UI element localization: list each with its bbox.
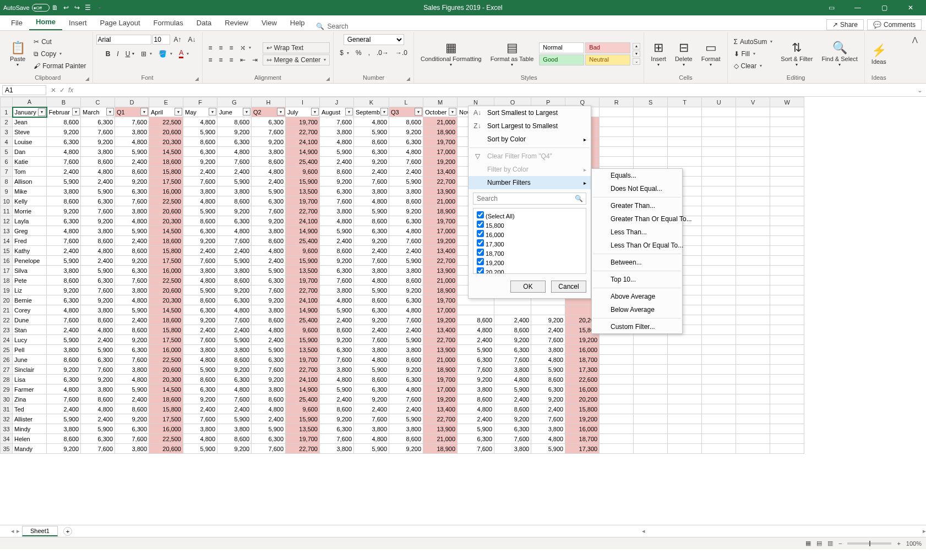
filter-cancel-button[interactable]: Cancel	[551, 281, 586, 293]
cell[interactable]: 15,800	[149, 246, 183, 256]
cell[interactable]: 22,500	[149, 355, 183, 365]
cell[interactable]	[702, 305, 736, 315]
column-header[interactable]: E	[149, 97, 183, 107]
cell[interactable]: Mike	[13, 186, 47, 196]
header-cell[interactable]: June▾	[217, 107, 252, 117]
cell[interactable]	[702, 424, 736, 434]
cell[interactable]: 9,200	[252, 295, 286, 305]
cell[interactable]: 24,100	[286, 216, 320, 226]
delete-cells-button[interactable]: ⊟Delete▾	[672, 39, 696, 68]
cell[interactable]: 3,800	[494, 444, 531, 454]
cell[interactable]: 5,900	[389, 414, 423, 424]
orientation-button[interactable]: ⤭	[237, 42, 254, 53]
dialog-launcher-icon[interactable]: ◢	[406, 76, 410, 81]
cell[interactable]: 14,500	[149, 385, 183, 394]
cell[interactable]: 8,600	[320, 167, 354, 177]
cell[interactable]: 6,300	[252, 434, 286, 444]
sort-filter-button[interactable]: ⇅Sort & Filter▾	[777, 39, 816, 68]
cell[interactable]: 22,700	[286, 365, 320, 375]
cell[interactable]: 5,900	[252, 266, 286, 276]
cell[interactable]: 3,800	[183, 345, 217, 355]
numfilter-below-average[interactable]: Below Average	[592, 303, 682, 316]
cell[interactable]: 2,400	[494, 394, 531, 404]
cell[interactable]	[736, 434, 770, 444]
cell[interactable]: 5,900	[217, 335, 252, 345]
cell[interactable]: 9,200	[81, 375, 115, 385]
cell[interactable]: 7,600	[115, 276, 149, 286]
column-header[interactable]: T	[668, 97, 702, 107]
cell[interactable]: 8,600	[217, 355, 252, 365]
cell[interactable]	[736, 226, 770, 236]
cell[interactable]: 9,200	[115, 177, 149, 186]
cell[interactable]: 9,200	[389, 127, 423, 137]
cell[interactable]: 3,800	[47, 345, 81, 355]
cell[interactable]: 15,800	[149, 325, 183, 335]
cell[interactable]: 7,600	[320, 434, 354, 444]
row-header[interactable]: 31	[1, 404, 13, 414]
row-header[interactable]: 32	[1, 414, 13, 424]
cell[interactable]: 21,000	[423, 276, 457, 286]
cell[interactable]: 9,200	[354, 315, 389, 325]
row-header[interactable]: 18	[1, 276, 13, 286]
cell[interactable]	[668, 137, 702, 147]
decrease-decimal-button[interactable]: →.0	[393, 47, 410, 58]
ribbon-display-icon[interactable]: ▭	[819, 0, 843, 15]
cell[interactable]: 8,600	[389, 355, 423, 365]
zoom-out-button[interactable]: −	[838, 540, 842, 547]
cell[interactable]: 3,800	[47, 424, 81, 434]
cell[interactable]: 19,200	[423, 157, 457, 167]
cell[interactable]: 20,600	[149, 286, 183, 295]
header-cell[interactable]: Q2▾	[252, 107, 286, 117]
tab-help[interactable]: Help	[284, 17, 312, 30]
comments-button[interactable]: 💬Comments	[867, 19, 922, 30]
cell[interactable]	[770, 325, 804, 335]
cell[interactable]: 4,800	[217, 305, 252, 315]
cell[interactable]	[736, 206, 770, 216]
cell[interactable]	[634, 117, 668, 127]
cell[interactable]: 20,600	[149, 444, 183, 454]
cell[interactable]	[702, 167, 736, 177]
cell[interactable]: 7,600	[115, 434, 149, 444]
cell[interactable]: 20,200	[565, 394, 600, 404]
header-cell[interactable]: October▾	[423, 107, 457, 117]
cell[interactable]: 8,600	[81, 236, 115, 246]
cell[interactable]: 6,300	[494, 424, 531, 434]
cell[interactable]	[634, 375, 668, 385]
cell[interactable]: 6,300	[389, 295, 423, 305]
cell[interactable]: 8,600	[47, 355, 81, 365]
formula-input[interactable]	[78, 85, 914, 95]
filter-dropdown-icon[interactable]: ▾	[277, 108, 285, 116]
row-header[interactable]: 6	[1, 157, 13, 167]
cell[interactable]: 9,200	[320, 414, 354, 424]
cell[interactable]: 4,800	[320, 295, 354, 305]
select-all-checkbox[interactable]	[477, 211, 484, 218]
cell[interactable]	[736, 167, 770, 177]
cell[interactable]: 9,200	[531, 315, 565, 325]
cell[interactable]: 9,200	[115, 414, 149, 424]
cell[interactable]	[668, 414, 702, 424]
cell[interactable]: Kelly	[13, 196, 47, 206]
row-header[interactable]: 22	[1, 315, 13, 325]
styles-scroll-down-icon[interactable]: ▾	[633, 51, 640, 57]
cell[interactable]: Tom	[13, 167, 47, 177]
cell[interactable]: 7,600	[47, 394, 81, 404]
filter-dropdown-icon[interactable]: ▾	[140, 108, 148, 116]
cell[interactable]: 9,200	[354, 236, 389, 246]
cell[interactable]: Morrie	[13, 206, 47, 216]
cell[interactable]: 7,600	[47, 157, 81, 167]
cell[interactable]: 15,900	[286, 256, 320, 266]
row-header[interactable]: 4	[1, 137, 13, 147]
cell[interactable]: 4,800	[183, 276, 217, 286]
cell[interactable]: 9,200	[389, 286, 423, 295]
cell[interactable]: 6,300	[320, 345, 354, 355]
cell[interactable]: 3,800	[354, 345, 389, 355]
cell[interactable]: 6,300	[183, 147, 217, 157]
cell[interactable]: 2,400	[389, 325, 423, 335]
cell[interactable]: 2,400	[252, 335, 286, 345]
cell[interactable]: 5,900	[115, 385, 149, 394]
row-header[interactable]: 23	[1, 325, 13, 335]
cell[interactable]: 2,400	[252, 177, 286, 186]
cell[interactable]	[531, 305, 565, 315]
cell[interactable]: 5,900	[115, 226, 149, 236]
cell[interactable]: 4,800	[320, 137, 354, 147]
